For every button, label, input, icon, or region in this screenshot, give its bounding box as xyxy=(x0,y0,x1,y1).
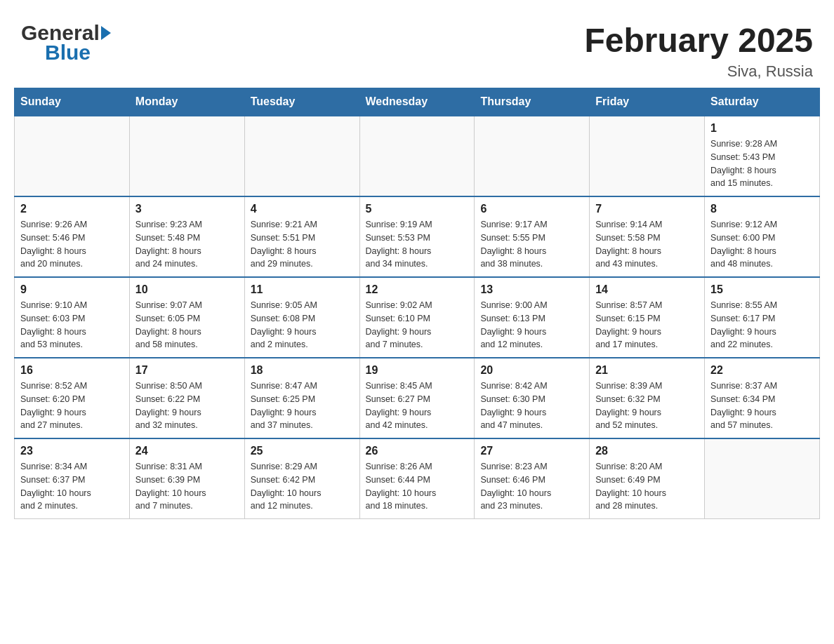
day-info: Sunrise: 9:17 AM Sunset: 5:55 PM Dayligh… xyxy=(480,218,583,271)
weekday-header-tuesday: Tuesday xyxy=(244,88,359,116)
calendar-cell: 3Sunrise: 9:23 AM Sunset: 5:48 PM Daylig… xyxy=(129,196,244,277)
calendar-week-5: 23Sunrise: 8:34 AM Sunset: 6:37 PM Dayli… xyxy=(15,438,820,519)
day-info: Sunrise: 9:23 AM Sunset: 5:48 PM Dayligh… xyxy=(135,218,239,271)
calendar-cell xyxy=(590,116,705,196)
calendar-cell xyxy=(705,438,820,519)
day-number: 21 xyxy=(595,364,699,377)
day-info: Sunrise: 8:52 AM Sunset: 6:20 PM Dayligh… xyxy=(20,380,124,432)
calendar-cell xyxy=(15,116,130,196)
day-info: Sunrise: 8:45 AM Sunset: 6:27 PM Dayligh… xyxy=(366,380,469,432)
day-number: 14 xyxy=(595,283,699,296)
calendar-cell: 26Sunrise: 8:26 AM Sunset: 6:44 PM Dayli… xyxy=(359,438,475,519)
logo-triangle-icon xyxy=(101,26,111,40)
calendar-cell: 11Sunrise: 9:05 AM Sunset: 6:08 PM Dayli… xyxy=(244,277,359,358)
calendar-cell: 18Sunrise: 8:47 AM Sunset: 6:25 PM Dayli… xyxy=(244,358,359,438)
day-number: 26 xyxy=(366,445,469,457)
day-number: 5 xyxy=(366,203,469,215)
day-number: 7 xyxy=(595,203,699,215)
calendar-cell: 14Sunrise: 8:57 AM Sunset: 6:15 PM Dayli… xyxy=(590,277,705,358)
calendar-cell: 13Sunrise: 9:00 AM Sunset: 6:13 PM Dayli… xyxy=(475,277,590,358)
calendar-week-2: 2Sunrise: 9:26 AM Sunset: 5:46 PM Daylig… xyxy=(15,196,820,277)
calendar-subtitle: Siva, Russia xyxy=(584,62,813,81)
calendar-table: SundayMondayTuesdayWednesdayThursdayFrid… xyxy=(14,88,820,519)
calendar-cell: 16Sunrise: 8:52 AM Sunset: 6:20 PM Dayli… xyxy=(15,358,130,438)
day-number: 15 xyxy=(710,283,814,296)
calendar-cell xyxy=(359,116,475,196)
calendar-cell: 17Sunrise: 8:50 AM Sunset: 6:22 PM Dayli… xyxy=(129,358,244,438)
day-number: 24 xyxy=(135,445,239,457)
day-info: Sunrise: 8:55 AM Sunset: 6:17 PM Dayligh… xyxy=(710,299,814,351)
day-number: 23 xyxy=(20,445,124,457)
calendar-cell: 15Sunrise: 8:55 AM Sunset: 6:17 PM Dayli… xyxy=(705,277,820,358)
weekday-header-monday: Monday xyxy=(129,88,244,116)
day-info: Sunrise: 8:50 AM Sunset: 6:22 PM Dayligh… xyxy=(135,380,239,432)
day-number: 28 xyxy=(595,445,699,457)
calendar-cell: 9Sunrise: 9:10 AM Sunset: 6:03 PM Daylig… xyxy=(15,277,130,358)
calendar-cell: 4Sunrise: 9:21 AM Sunset: 5:51 PM Daylig… xyxy=(244,196,359,277)
calendar-cell: 6Sunrise: 9:17 AM Sunset: 5:55 PM Daylig… xyxy=(475,196,590,277)
day-info: Sunrise: 8:29 AM Sunset: 6:42 PM Dayligh… xyxy=(251,460,354,513)
weekday-header-thursday: Thursday xyxy=(475,88,590,116)
day-info: Sunrise: 8:37 AM Sunset: 6:34 PM Dayligh… xyxy=(710,380,814,432)
calendar-cell: 28Sunrise: 8:20 AM Sunset: 6:49 PM Dayli… xyxy=(590,438,705,519)
day-info: Sunrise: 9:28 AM Sunset: 5:43 PM Dayligh… xyxy=(710,137,814,190)
calendar-header: SundayMondayTuesdayWednesdayThursdayFrid… xyxy=(15,88,820,116)
day-number: 3 xyxy=(135,203,239,215)
day-number: 13 xyxy=(480,283,583,296)
weekday-header-wednesday: Wednesday xyxy=(359,88,475,116)
day-info: Sunrise: 9:12 AM Sunset: 6:00 PM Dayligh… xyxy=(710,218,814,271)
weekday-header-friday: Friday xyxy=(590,88,705,116)
day-info: Sunrise: 8:20 AM Sunset: 6:49 PM Dayligh… xyxy=(595,460,699,513)
day-number: 25 xyxy=(251,445,354,457)
day-number: 19 xyxy=(366,364,469,377)
day-number: 27 xyxy=(480,445,583,457)
logo: General Blue xyxy=(21,21,111,65)
calendar-cell: 12Sunrise: 9:02 AM Sunset: 6:10 PM Dayli… xyxy=(359,277,475,358)
calendar-body: 1Sunrise: 9:28 AM Sunset: 5:43 PM Daylig… xyxy=(15,116,820,519)
day-number: 18 xyxy=(251,364,354,377)
day-number: 2 xyxy=(20,203,124,215)
calendar-cell: 22Sunrise: 8:37 AM Sunset: 6:34 PM Dayli… xyxy=(705,358,820,438)
day-info: Sunrise: 8:23 AM Sunset: 6:46 PM Dayligh… xyxy=(480,460,583,513)
calendar-cell: 2Sunrise: 9:26 AM Sunset: 5:46 PM Daylig… xyxy=(15,196,130,277)
calendar-cell: 10Sunrise: 9:07 AM Sunset: 6:05 PM Dayli… xyxy=(129,277,244,358)
day-number: 22 xyxy=(710,364,814,377)
day-number: 9 xyxy=(20,283,124,296)
calendar-cell: 20Sunrise: 8:42 AM Sunset: 6:30 PM Dayli… xyxy=(475,358,590,438)
day-number: 17 xyxy=(135,364,239,377)
day-info: Sunrise: 9:05 AM Sunset: 6:08 PM Dayligh… xyxy=(251,299,354,351)
calendar-title: February 2025 xyxy=(584,21,813,60)
calendar-week-3: 9Sunrise: 9:10 AM Sunset: 6:03 PM Daylig… xyxy=(15,277,820,358)
calendar-cell xyxy=(244,116,359,196)
calendar-cell: 27Sunrise: 8:23 AM Sunset: 6:46 PM Dayli… xyxy=(475,438,590,519)
day-info: Sunrise: 9:21 AM Sunset: 5:51 PM Dayligh… xyxy=(251,218,354,271)
day-number: 1 xyxy=(710,122,814,135)
day-number: 6 xyxy=(480,203,583,215)
calendar-cell xyxy=(475,116,590,196)
calendar-title-block: February 2025 Siva, Russia xyxy=(584,21,813,81)
day-info: Sunrise: 8:42 AM Sunset: 6:30 PM Dayligh… xyxy=(480,380,583,432)
day-info: Sunrise: 9:26 AM Sunset: 5:46 PM Dayligh… xyxy=(20,218,124,271)
calendar-cell: 23Sunrise: 8:34 AM Sunset: 6:37 PM Dayli… xyxy=(15,438,130,519)
day-number: 11 xyxy=(251,283,354,296)
calendar-cell xyxy=(129,116,244,196)
day-info: Sunrise: 9:02 AM Sunset: 6:10 PM Dayligh… xyxy=(366,299,469,351)
calendar-cell: 21Sunrise: 8:39 AM Sunset: 6:32 PM Dayli… xyxy=(590,358,705,438)
calendar-cell: 24Sunrise: 8:31 AM Sunset: 6:39 PM Dayli… xyxy=(129,438,244,519)
logo-blue-text: Blue xyxy=(45,41,91,64)
calendar-cell: 8Sunrise: 9:12 AM Sunset: 6:00 PM Daylig… xyxy=(705,196,820,277)
day-number: 20 xyxy=(480,364,583,377)
day-number: 4 xyxy=(251,203,354,215)
day-number: 8 xyxy=(710,203,814,215)
day-info: Sunrise: 9:19 AM Sunset: 5:53 PM Dayligh… xyxy=(366,218,469,271)
day-info: Sunrise: 8:39 AM Sunset: 6:32 PM Dayligh… xyxy=(595,380,699,432)
calendar-cell: 19Sunrise: 8:45 AM Sunset: 6:27 PM Dayli… xyxy=(359,358,475,438)
day-info: Sunrise: 9:00 AM Sunset: 6:13 PM Dayligh… xyxy=(480,299,583,351)
day-number: 12 xyxy=(366,283,469,296)
calendar-cell: 5Sunrise: 9:19 AM Sunset: 5:53 PM Daylig… xyxy=(359,196,475,277)
day-info: Sunrise: 8:47 AM Sunset: 6:25 PM Dayligh… xyxy=(251,380,354,432)
day-info: Sunrise: 8:31 AM Sunset: 6:39 PM Dayligh… xyxy=(135,460,239,513)
weekday-header-sunday: Sunday xyxy=(15,88,130,116)
day-info: Sunrise: 8:34 AM Sunset: 6:37 PM Dayligh… xyxy=(20,460,124,513)
day-number: 10 xyxy=(135,283,239,296)
